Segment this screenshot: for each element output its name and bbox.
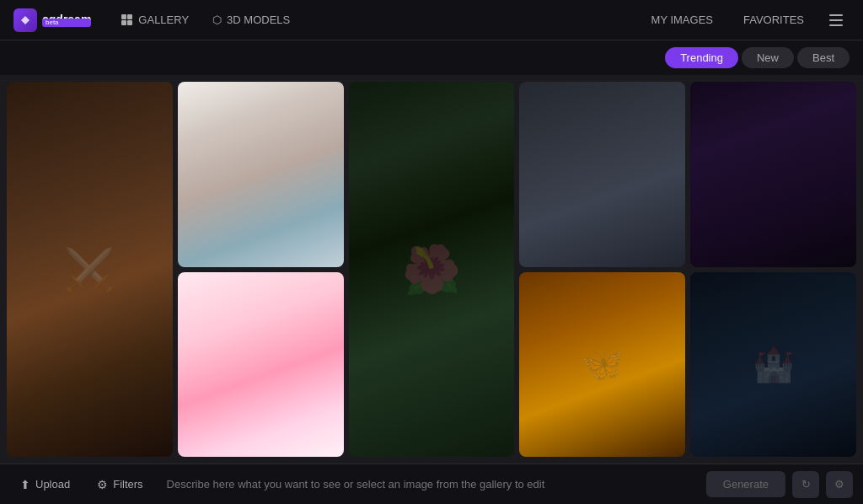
- cube-icon: ⬡: [212, 13, 222, 26]
- upload-label: Upload: [35, 478, 70, 491]
- menu-line-1: [829, 14, 843, 16]
- menu-line-2: [829, 19, 843, 21]
- gallery-item-snow-girl[interactable]: [178, 272, 344, 458]
- gallery-icon: [121, 14, 133, 26]
- tab-trending[interactable]: Trending: [665, 47, 738, 68]
- menu-btn[interactable]: [823, 7, 850, 34]
- nav-3d-models[interactable]: ⬡ 3D MODELS: [202, 8, 300, 31]
- logo[interactable]: cgdream beta: [13, 8, 91, 32]
- nav-gallery[interactable]: GALLERY: [111, 8, 199, 31]
- menu-line-3: [829, 24, 843, 26]
- refresh-icon: ↻: [801, 478, 811, 491]
- filters-icon: ⚙: [97, 478, 108, 491]
- settings-btn[interactable]: ⚙: [826, 471, 853, 498]
- gallery-item-girl-street[interactable]: [519, 82, 685, 267]
- filter-bar: Trending New Best: [0, 40, 863, 75]
- tab-new[interactable]: New: [742, 47, 794, 68]
- nav-gallery-label: GALLERY: [138, 13, 189, 26]
- gallery-item-girl-blue[interactable]: [178, 82, 344, 267]
- gallery-item-flowers[interactable]: 🌺: [349, 82, 515, 457]
- header-right: MY IMAGES FAVORITES: [640, 7, 850, 34]
- nav-3d-label: 3D MODELS: [227, 13, 290, 26]
- gallery-item-castle[interactable]: 🏰: [690, 272, 856, 458]
- filters-label: Filters: [113, 478, 142, 491]
- logo-icon: [13, 8, 37, 32]
- refresh-btn[interactable]: ↻: [792, 471, 819, 498]
- bottom-bar: ⬆ Upload ⚙ Filters Generate ↻ ⚙: [0, 464, 863, 504]
- gallery-item-fairy[interactable]: 🦋: [519, 272, 685, 458]
- prompt-input[interactable]: [160, 478, 700, 491]
- favorites-btn[interactable]: FAVORITES: [732, 8, 816, 31]
- settings-icon: ⚙: [834, 478, 844, 491]
- generate-btn[interactable]: Generate: [706, 471, 785, 497]
- header: cgdream beta GALLERY ⬡ 3D MODELS MY IMAG…: [0, 0, 863, 40]
- main-nav: GALLERY ⬡ 3D MODELS: [111, 8, 300, 31]
- upload-btn[interactable]: ⬆ Upload: [10, 473, 80, 496]
- filters-btn[interactable]: ⚙ Filters: [87, 473, 153, 496]
- tab-best[interactable]: Best: [797, 47, 850, 68]
- logo-badge: beta: [42, 19, 91, 27]
- upload-icon: ⬆: [20, 478, 30, 491]
- gallery-item-girl-dark[interactable]: [690, 82, 856, 267]
- gallery-grid: ⚔️ 🌺 🦋: [0, 75, 863, 464]
- my-images-btn[interactable]: MY IMAGES: [640, 8, 725, 31]
- generate-label: Generate: [723, 478, 769, 491]
- gallery-item-warrior[interactable]: ⚔️: [7, 82, 173, 457]
